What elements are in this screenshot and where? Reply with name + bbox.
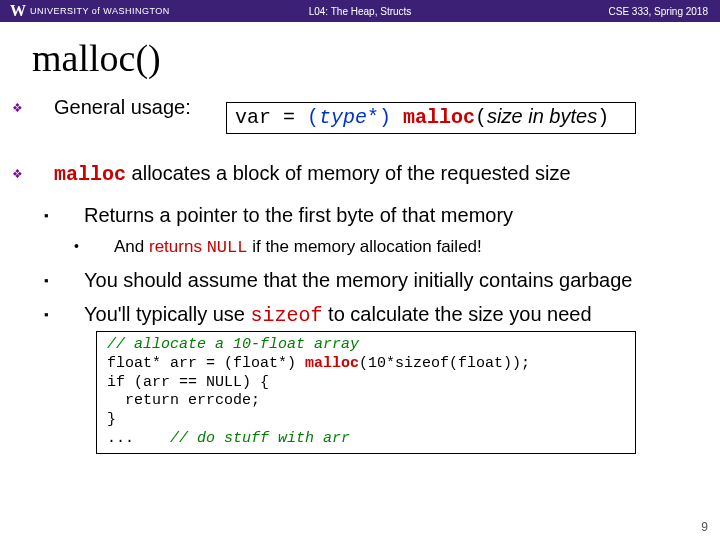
garbage-text: You should assume that the memory initia… [84,269,632,291]
malloc-keyword: malloc [54,163,126,186]
null-b: returns [149,237,207,256]
bullet-malloc-desc: ❖malloc allocates a block of memory of t… [34,160,690,188]
malloc-desc-text: allocates a block of memory of the reque… [126,162,571,184]
diamond-bullet-icon: ❖ [34,167,54,183]
bullet-usage-text: General usage: [54,96,191,118]
bullet-usage: ❖General usage: [34,94,690,146]
uw-text: UNIVERSITY of WASHINGTON [30,6,170,16]
code-l6b: // do stuff with arr [170,430,350,447]
code-l2a: float* arr = (float*) [107,355,305,372]
diamond-bullet-icon: ❖ [34,101,54,117]
code-l6a: ... [107,430,170,447]
code-example: // allocate a 10-float array float* arr … [96,331,636,454]
square-bullet-icon: ▪ [64,208,84,225]
slide-body: ❖General usage: ❖malloc allocates a bloc… [0,94,720,454]
sizeof-b: sizeof [251,304,323,327]
uw-brand: W UNIVERSITY of WASHINGTON [0,2,170,20]
course-term: CSE 333, Spring 2018 [608,6,720,17]
null-c: NULL [207,238,248,257]
code-l1: // allocate a 10-float array [107,336,359,353]
null-a: And [114,237,149,256]
sizeof-a: You'll typically use [84,303,251,325]
returns-ptr-text: Returns a pointer to the first byte of t… [84,204,513,226]
page-number: 9 [701,520,708,534]
slide-header: W UNIVERSITY of WASHINGTON L04: The Heap… [0,0,720,22]
square-bullet-icon: ▪ [64,273,84,290]
bullet-sizeof: ▪You'll typically use sizeof to calculat… [64,301,690,329]
bullet-returns-null: •And returns NULL if the memory allocati… [94,236,690,259]
sizeof-c: to calculate the size you need [323,303,592,325]
bullet-returns-ptr: ▪Returns a pointer to the first byte of … [64,202,690,228]
code-l3: if (arr == NULL) { [107,374,269,391]
code-l2b: malloc [305,355,359,372]
slide-title: malloc() [32,36,720,80]
lecture-title: L04: The Heap, Structs [309,6,412,17]
null-d: if the memory allocation failed! [247,237,481,256]
uw-logo: W [10,2,26,20]
code-l4: return errcode; [107,392,260,409]
code-l2c: (10*sizeof(float)); [359,355,530,372]
dot-bullet-icon: • [94,237,114,255]
square-bullet-icon: ▪ [64,307,84,324]
bullet-garbage: ▪You should assume that the memory initi… [64,267,690,293]
code-l5: } [107,411,116,428]
